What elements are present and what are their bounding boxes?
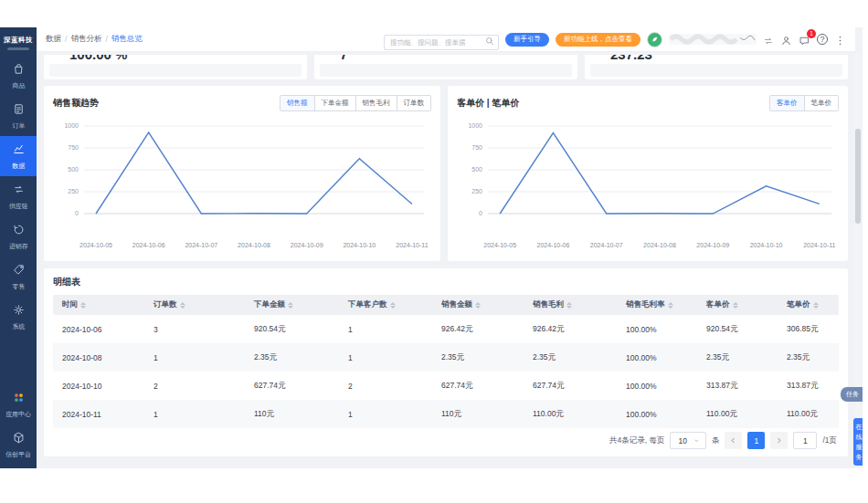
service-floating-tab[interactable]: 在线服务: [853, 418, 863, 466]
table-cell: 627.74元: [245, 381, 339, 392]
page-jump-input[interactable]: [793, 432, 817, 449]
table-cell: 3: [144, 325, 245, 334]
x-tick-label: 2024-10-08: [643, 242, 676, 248]
sidebar-item-orders[interactable]: 订单: [0, 96, 37, 136]
search-input[interactable]: [384, 35, 499, 50]
sidebar-item-label: 系统: [12, 322, 25, 330]
table-header: 时间订单数下单金额下单客户数销售金额销售毛利销售毛利率客单价笔单价: [53, 295, 839, 315]
breadcrumb-item[interactable]: 数据: [46, 34, 61, 45]
table-cell: 926.42元: [524, 324, 617, 335]
sidebar-item-data[interactable]: 数据: [0, 136, 37, 176]
column-header[interactable]: 客单价: [697, 299, 778, 310]
scrollbar[interactable]: [855, 52, 861, 468]
sidebar-item-retail[interactable]: 零售: [0, 257, 37, 297]
table-cell: 2024-10-08: [53, 353, 144, 362]
avatar[interactable]: [647, 32, 662, 47]
column-header[interactable]: 销售金额: [432, 299, 524, 310]
breadcrumb-item[interactable]: 销售分析: [70, 34, 101, 45]
table-cell: 2.35元: [778, 352, 839, 363]
x-tick-label: 2024-10-09: [696, 242, 729, 248]
guide-button[interactable]: 新手引导: [505, 33, 549, 47]
table-row[interactable]: 2024-10-102627.74元2627.74元627.74元100.00%…: [53, 372, 839, 400]
chart-tab-group: 客单价笔单价: [769, 95, 839, 111]
x-tick-label: 2024-10-09: [291, 242, 323, 248]
prev-page-button[interactable]: [725, 432, 742, 449]
page-size-select[interactable]: 10: [670, 432, 705, 449]
table-cell: 100.00%: [617, 353, 697, 362]
table-cell: 627.74元: [432, 381, 524, 392]
sort-icon[interactable]: [566, 302, 572, 309]
search-icon[interactable]: [484, 34, 495, 45]
sidebar-item-platform[interactable]: 信创平台: [0, 424, 37, 465]
table-cell: 926.42元: [432, 324, 524, 335]
table-row[interactable]: 2024-10-063920.54元1926.42元926.42元100.00%…: [53, 315, 839, 343]
column-header[interactable]: 笔单价: [778, 299, 839, 310]
next-page-button[interactable]: [770, 432, 788, 449]
pagination-total: 共4条记录, 每页: [609, 435, 664, 446]
sidebar-item-inventory[interactable]: 进销存: [0, 216, 37, 257]
table-row[interactable]: 2024-10-0812.35元12.35元2.35元100.00%2.35元2…: [53, 343, 839, 372]
sidebar: 深蓝科技 商品订单数据供应链进销存零售系统应用中心信创平台: [0, 27, 37, 468]
task-floating-tab[interactable]: 任务: [841, 387, 863, 402]
x-tick-label: 2024-10-07: [590, 242, 623, 248]
header-actions: 新手引导 新功能上线，点击查看 1 ?: [384, 32, 846, 47]
table-row[interactable]: 2024-10-111110元1110元110.00元100.00%110.00…: [53, 400, 839, 428]
table-cell: 2024-10-11: [53, 410, 144, 419]
promo-button[interactable]: 新功能上线，点击查看: [556, 33, 640, 47]
switch-account-icon[interactable]: [763, 34, 774, 45]
sort-icon[interactable]: [288, 302, 293, 309]
stat-subarea: [590, 64, 842, 77]
table-cell: 2.35元: [697, 352, 778, 363]
sidebar-item-supply-chain[interactable]: 供应链: [0, 176, 37, 216]
arrow-right-icon: [775, 436, 783, 445]
sidebar-item-label: 应用中心: [5, 410, 31, 418]
sort-icon[interactable]: [80, 302, 86, 309]
x-axis: 2024-10-052024-10-062024-10-072024-10-08…: [488, 242, 831, 254]
column-header[interactable]: 下单金额: [245, 299, 339, 310]
y-tick-label: 250: [457, 188, 482, 194]
sort-icon[interactable]: [390, 302, 396, 309]
stat-value: 100.00 %: [69, 55, 127, 62]
chart-tab[interactable]: 销售额: [281, 96, 315, 110]
help-icon[interactable]: ?: [817, 34, 828, 45]
brand-logo: 深蓝科技: [0, 27, 37, 47]
table-cell: 1: [339, 353, 432, 362]
contact-icon[interactable]: [780, 34, 792, 46]
sidebar-item-system[interactable]: 系统: [0, 297, 37, 337]
chart-tab[interactable]: 订单数: [397, 96, 431, 110]
table-cell: 2.35元: [245, 352, 339, 363]
column-header[interactable]: 销售毛利: [524, 299, 617, 310]
column-header[interactable]: 订单数: [144, 299, 245, 310]
sidebar-item-goods[interactable]: 商品: [0, 56, 37, 96]
table-cell: 110元: [245, 409, 339, 420]
cycle-icon: [12, 223, 26, 240]
more-icon[interactable]: [834, 34, 846, 46]
chart-tab[interactable]: 客单价: [770, 96, 805, 110]
charts-row: 销售额趋势销售额下单金额销售毛利订单数025050075010002024-10…: [44, 86, 848, 261]
column-header[interactable]: 销售毛利率: [617, 299, 697, 310]
sort-icon[interactable]: [813, 302, 819, 309]
x-tick-label: 2024-10-10: [750, 242, 783, 248]
stat-value: 237.23: [610, 55, 652, 62]
current-page-button[interactable]: 1: [747, 432, 765, 449]
sidebar-item-app-center[interactable]: 应用中心: [0, 384, 37, 424]
column-header[interactable]: 时间: [53, 299, 144, 310]
scrollbar-thumb[interactable]: [855, 129, 861, 224]
chart-tab[interactable]: 笔单价: [805, 96, 839, 110]
breadcrumb-item[interactable]: 销售总览: [111, 34, 143, 45]
chart-tab[interactable]: 销售毛利: [356, 96, 397, 110]
top-header: 数据/销售分析/销售总览 新手引导 新功能上线，点击查看 1 ?: [37, 27, 855, 52]
sort-icon[interactable]: [668, 302, 673, 309]
column-header[interactable]: 下单客户数: [339, 299, 432, 310]
chart-tab[interactable]: 下单金额: [315, 96, 356, 110]
table-cell: 306.85元: [778, 324, 839, 335]
sort-icon[interactable]: [733, 302, 738, 309]
message-icon[interactable]: 1: [799, 34, 810, 46]
sort-icon[interactable]: [475, 302, 481, 309]
stats-row: 100.00 %7237.23: [44, 55, 848, 79]
sidebar-item-label: 商品: [12, 81, 25, 89]
stat-subarea: [49, 64, 302, 77]
sort-icon[interactable]: [180, 302, 185, 309]
table-cell: 920.54元: [697, 324, 778, 335]
table-cell: 627.74元: [524, 381, 617, 392]
